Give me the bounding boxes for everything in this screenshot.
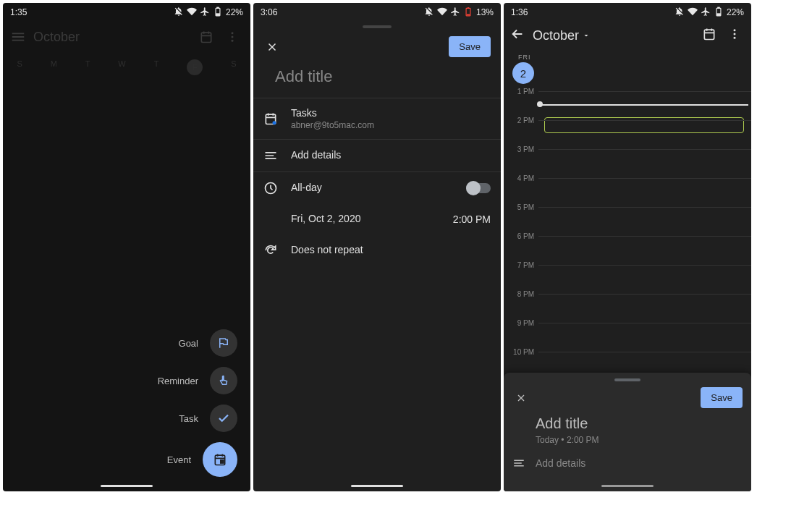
battery-icon (213, 7, 223, 19)
weekday: T (85, 59, 90, 75)
fab-event[interactable]: Event (167, 442, 237, 477)
details-label: Add details (291, 149, 341, 161)
repeat-row[interactable]: Does not repeat (253, 234, 501, 266)
airplane-icon (200, 7, 210, 19)
svg-rect-3 (201, 33, 211, 42)
repeat-icon (263, 243, 278, 258)
svg-rect-16 (718, 7, 719, 8)
battery-icon (714, 7, 724, 19)
title-input[interactable]: Add title (512, 415, 743, 432)
status-time: 1:36 (511, 7, 528, 17)
screen-day-view: 1:36 22% October FRI 2 1 PM 2 PM 3 PM 4 … (504, 3, 751, 491)
fab-goal[interactable]: Goal (179, 329, 237, 357)
close-button[interactable] (512, 389, 530, 407)
quick-add-sheet: Save Add title Today • 2:00 PM Add detai… (504, 373, 751, 491)
month-dropdown[interactable]: October (533, 28, 695, 43)
calendar-event-icon (203, 442, 237, 477)
svg-point-21 (734, 37, 736, 39)
status-bar: 3:06 13% (253, 3, 501, 22)
back-button[interactable] (509, 26, 525, 45)
bell-off-icon (424, 7, 434, 19)
weekday-selected: F (187, 59, 203, 75)
hour-label: 9 PM (504, 319, 538, 327)
close-button[interactable] (263, 38, 281, 56)
day-view-header: October (504, 22, 751, 49)
hour-label: 5 PM (504, 203, 538, 211)
fab-reminder[interactable]: Reminder (158, 367, 237, 394)
notes-icon (263, 148, 278, 163)
allday-row[interactable]: All-day (253, 172, 501, 204)
status-bar: 1:36 22% (504, 3, 751, 22)
selected-day[interactable]: FRI 2 (504, 49, 751, 88)
menu-icon (10, 29, 26, 45)
wifi-icon (187, 7, 197, 19)
status-bar: 1:35 22% (3, 3, 250, 22)
fab-event-label: Event (167, 454, 191, 465)
svg-rect-1 (217, 7, 219, 8)
drag-handle[interactable] (614, 378, 640, 381)
battery-percent: 13% (476, 7, 494, 17)
weekday: T (154, 59, 159, 75)
time-value[interactable]: 2:00 PM (453, 213, 491, 225)
month-label: October (33, 30, 195, 45)
date-value[interactable]: Fri, Oct 2, 2020 (291, 213, 440, 224)
allday-label: All-day (291, 182, 453, 193)
check-icon (210, 405, 237, 432)
home-indicator[interactable] (351, 485, 403, 487)
allday-toggle[interactable] (466, 183, 491, 193)
hour-label: 8 PM (504, 290, 538, 298)
hour-label: 1 PM (504, 88, 538, 96)
fab-task-label: Task (179, 413, 198, 424)
bell-off-icon (674, 7, 685, 19)
bell-off-icon (174, 7, 184, 19)
svg-point-13 (273, 121, 276, 124)
fab-task[interactable]: Task (179, 405, 237, 432)
hour-label: 6 PM (504, 232, 538, 240)
details-row[interactable]: Add details (253, 140, 501, 172)
svg-rect-8 (221, 460, 224, 463)
svg-point-19 (734, 29, 736, 31)
clock-icon (263, 181, 278, 195)
overflow-button[interactable] (724, 27, 745, 43)
wifi-icon (688, 7, 698, 19)
svg-rect-2 (216, 13, 220, 14)
svg-point-20 (734, 33, 736, 35)
screen-create-task: 3:06 13% Save Add title Tasks abner@9to5… (253, 3, 501, 491)
weekday: M (51, 59, 57, 75)
svg-point-5 (232, 36, 234, 38)
today-button[interactable] (702, 27, 716, 44)
account-email: abner@9to5mac.com (291, 120, 491, 130)
save-button[interactable]: Save (449, 36, 491, 57)
weekday: W (118, 59, 125, 75)
svg-rect-10 (468, 7, 469, 8)
svg-rect-17 (717, 13, 721, 14)
details-row[interactable]: Add details (512, 457, 743, 470)
finger-icon (210, 367, 237, 394)
svg-point-6 (232, 40, 234, 42)
calendar-dimmed-header: October (3, 22, 250, 52)
account-row[interactable]: Tasks abner@9to5mac.com (253, 98, 501, 139)
hour-label: 2 PM (504, 117, 538, 124)
fab-speed-dial: Goal Reminder Task Event (158, 329, 237, 477)
airplane-icon (701, 7, 711, 19)
today-icon (195, 26, 217, 48)
home-indicator[interactable] (101, 485, 153, 487)
hour-label: 3 PM (504, 145, 538, 153)
fab-reminder-label: Reminder (158, 376, 198, 386)
battery-low-icon (463, 7, 473, 19)
home-indicator[interactable] (601, 485, 654, 487)
timeline[interactable]: 1 PM 2 PM 3 PM 4 PM 5 PM 6 PM 7 PM 8 PM … (504, 88, 751, 356)
status-time: 3:06 (261, 7, 277, 17)
datetime-summary[interactable]: Today • 2:00 PM (512, 435, 743, 445)
day-of-week: FRI (511, 54, 751, 61)
flag-icon (210, 329, 237, 357)
notes-icon (512, 457, 525, 470)
account-label: Tasks (291, 107, 491, 119)
hour-label: 4 PM (504, 174, 538, 182)
date-time-row[interactable]: Fri, Oct 2, 2020 2:00 PM (253, 204, 501, 234)
battery-percent: 22% (727, 7, 744, 17)
airplane-icon (450, 7, 460, 19)
svg-point-4 (232, 32, 234, 34)
save-button[interactable]: Save (701, 387, 743, 408)
title-input[interactable]: Add title (253, 64, 501, 98)
